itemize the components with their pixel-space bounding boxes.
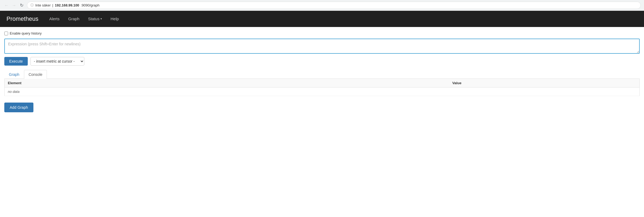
navbar-brand[interactable]: Prometheus bbox=[4, 15, 41, 22]
results-table: Element Value no data bbox=[4, 79, 640, 96]
navbar-label-status: Status bbox=[88, 11, 100, 27]
metric-select[interactable]: - insert metric at cursor - bbox=[30, 57, 84, 66]
tab-console[interactable]: Console bbox=[24, 70, 47, 79]
forward-button[interactable]: → bbox=[11, 2, 17, 9]
col-element-header: Element bbox=[5, 79, 449, 87]
tab-graph[interactable]: Graph bbox=[4, 70, 24, 79]
tab-graph-label: Graph bbox=[9, 72, 19, 77]
reload-button[interactable]: ↻ bbox=[18, 2, 25, 9]
back-button[interactable]: ← bbox=[3, 2, 10, 9]
expression-input[interactable] bbox=[4, 39, 640, 54]
execute-row: Execute - insert metric at cursor - bbox=[4, 57, 640, 66]
tab-console-label: Console bbox=[29, 72, 42, 77]
url-port-path: :9090/graph bbox=[81, 3, 99, 7]
navbar-item-alerts[interactable]: Alerts bbox=[45, 11, 64, 27]
url-insecure-label: Inte säker bbox=[35, 3, 51, 7]
browser-chrome: ← → ↻ ⓘ Inte säker | 192.168.99.100:9090… bbox=[0, 0, 644, 11]
address-bar[interactable]: ⓘ Inte säker | 192.168.99.100:9090/graph bbox=[27, 2, 641, 9]
security-icon: ⓘ bbox=[30, 3, 34, 8]
execute-button[interactable]: Execute bbox=[4, 57, 28, 66]
col-value-header: Value bbox=[449, 79, 639, 87]
table-header-row: Element Value bbox=[5, 79, 640, 87]
nav-buttons: ← → ↻ bbox=[3, 2, 25, 9]
query-history-row: Enable query history bbox=[4, 31, 640, 35]
navbar: Prometheus Alerts Graph Status ▾ Help bbox=[0, 11, 644, 27]
tabs-container: Graph Console bbox=[4, 70, 640, 79]
navbar-label-help: Help bbox=[110, 11, 119, 27]
query-history-label[interactable]: Enable query history bbox=[10, 31, 42, 35]
navbar-item-help[interactable]: Help bbox=[106, 11, 123, 27]
table-row: no data bbox=[5, 87, 640, 96]
url-separator: | bbox=[52, 3, 53, 7]
add-graph-section: Add Graph bbox=[4, 103, 640, 112]
url-host: 192.168.99.100 bbox=[55, 3, 79, 7]
no-data-cell: no data bbox=[5, 87, 640, 96]
add-graph-button[interactable]: Add Graph bbox=[4, 103, 33, 112]
navbar-label-graph: Graph bbox=[68, 11, 79, 27]
navbar-item-status[interactable]: Status ▾ bbox=[84, 11, 106, 27]
chevron-down-icon: ▾ bbox=[101, 11, 102, 27]
navbar-item-graph[interactable]: Graph bbox=[64, 11, 84, 27]
main-content: Enable query history Execute - insert me… bbox=[0, 27, 644, 117]
navbar-label-alerts: Alerts bbox=[49, 11, 60, 27]
query-history-checkbox[interactable] bbox=[4, 32, 8, 35]
